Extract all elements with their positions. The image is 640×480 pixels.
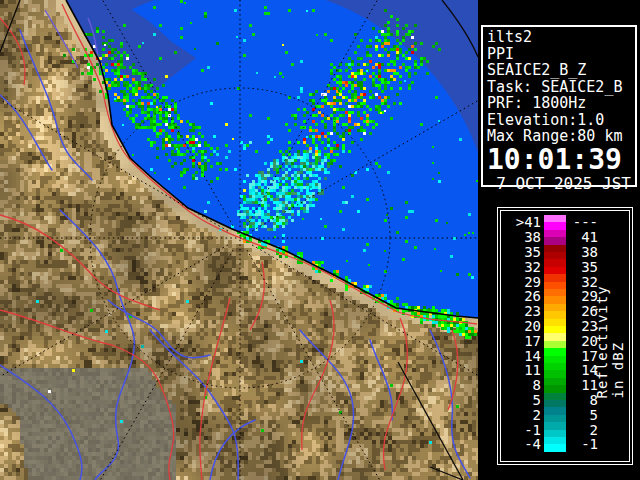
river-line — [60, 210, 134, 480]
road-line — [62, 4, 477, 324]
road-line — [302, 300, 334, 450]
legend-color-swatch — [544, 437, 566, 452]
legend-color-swatch — [544, 304, 566, 319]
map-boundary-line — [430, 467, 463, 480]
legend-color-swatch — [544, 274, 566, 289]
legend-right-label: 38 — [566, 244, 598, 260]
legend-left-label: 11 — [505, 362, 544, 378]
legend-right-label: --- — [566, 214, 598, 230]
legend-color-swatch — [544, 319, 566, 334]
legend-left-label: 2 — [505, 407, 544, 423]
legend-left-label: >41 — [505, 214, 544, 230]
map-boundary-line — [398, 362, 463, 480]
legend-row: >41--- — [505, 215, 629, 230]
river-line — [370, 340, 392, 420]
legend-left-label: -1 — [505, 422, 544, 438]
road-line — [383, 318, 407, 470]
legend-left-label: 20 — [505, 318, 544, 334]
road-line — [200, 298, 230, 480]
legend-color-swatch — [544, 378, 566, 393]
radar-app-screen: { "info_panel": { "lines": ["ilts2", "PP… — [0, 0, 640, 480]
coastline — [66, 0, 478, 318]
river-line — [45, 10, 78, 68]
reflectivity-legend-panel: >41---3841353832352932262923262023172014… — [497, 207, 633, 465]
grid-radial-line — [252, 245, 478, 408]
river-line — [150, 330, 238, 480]
radar-info-panel: ilts2PPISEAICE2_B_ZTask: SEAICE2_BPRF: 1… — [481, 25, 637, 187]
legend-left-label: -4 — [505, 436, 544, 452]
river-line — [0, 365, 82, 480]
legend-color-swatch — [544, 407, 566, 422]
legend-color-swatch — [544, 333, 566, 348]
legend-row: -4-1 — [505, 437, 629, 452]
grid-radial-line — [70, 250, 233, 480]
legend-left-label: 38 — [505, 229, 544, 245]
legend-right-label: 35 — [566, 259, 598, 275]
grid-radial-line — [247, 250, 410, 480]
legend-color-swatch — [544, 348, 566, 363]
info-line: SEAICE2_B_Z — [487, 62, 631, 79]
grid-radial-line — [0, 68, 228, 231]
legend-right-label: -1 — [566, 436, 598, 452]
reflectivity-legend-inner: >41---3841353832352932262923262023172014… — [500, 210, 630, 462]
legend-left-label: 23 — [505, 303, 544, 319]
map-boundary-line — [0, 0, 20, 52]
road-line — [0, 310, 174, 480]
road-line — [250, 262, 264, 330]
legend-color-swatch — [544, 259, 566, 274]
info-line: PPI — [487, 46, 631, 63]
river-line — [20, 30, 92, 180]
legend-left-label: 17 — [505, 333, 544, 349]
legend-left-label: 8 — [505, 377, 544, 393]
legend-left-label: 32 — [505, 259, 544, 275]
date-display: 7 OCT 2025 JST — [487, 175, 631, 192]
legend-row: -12 — [505, 422, 629, 437]
clock-display: 10:01:39 — [487, 145, 631, 175]
legend-left-label: 14 — [505, 348, 544, 364]
road-line — [0, 18, 25, 85]
legend-color-swatch — [544, 363, 566, 378]
info-line: PRF: 1800Hz — [487, 95, 631, 112]
legend-color-swatch — [544, 393, 566, 408]
map-boundary-line — [442, 0, 478, 57]
legend-left-label: 5 — [505, 392, 544, 408]
legend-row: 3235 — [505, 259, 629, 274]
map-overlay-svg — [0, 0, 478, 480]
legend-color-swatch — [544, 215, 566, 230]
grid-radial-line — [252, 68, 478, 231]
river-line — [0, 95, 52, 170]
legend-left-label: 35 — [505, 244, 544, 260]
legend-color-swatch — [544, 422, 566, 437]
legend-color-swatch — [544, 230, 566, 245]
radar-info-lines: ilts2PPISEAICE2_B_ZTask: SEAICE2_BPRF: 1… — [487, 29, 631, 145]
radar-map-display — [0, 0, 478, 480]
road-line — [448, 330, 458, 410]
legend-right-label: 5 — [566, 407, 598, 423]
info-line: ilts2 — [487, 29, 631, 46]
grid-radial-line — [247, 0, 410, 226]
legend-row: 3841 — [505, 230, 629, 245]
legend-row: 25 — [505, 407, 629, 422]
legend-right-label: 41 — [566, 229, 598, 245]
grid-radial-line — [70, 0, 233, 226]
info-line: Task: SEAICE2_B — [487, 79, 631, 96]
legend-left-label: 29 — [505, 274, 544, 290]
grid-radial-line — [0, 245, 228, 408]
legend-left-label: 26 — [505, 288, 544, 304]
legend-color-swatch — [544, 245, 566, 260]
legend-color-swatch — [544, 289, 566, 304]
legend-row: 3538 — [505, 245, 629, 260]
legend-right-label: 2 — [566, 422, 598, 438]
legend-title: Reflectivity in dBZ — [594, 274, 626, 399]
info-line: Elevation:1.0 — [487, 112, 631, 129]
